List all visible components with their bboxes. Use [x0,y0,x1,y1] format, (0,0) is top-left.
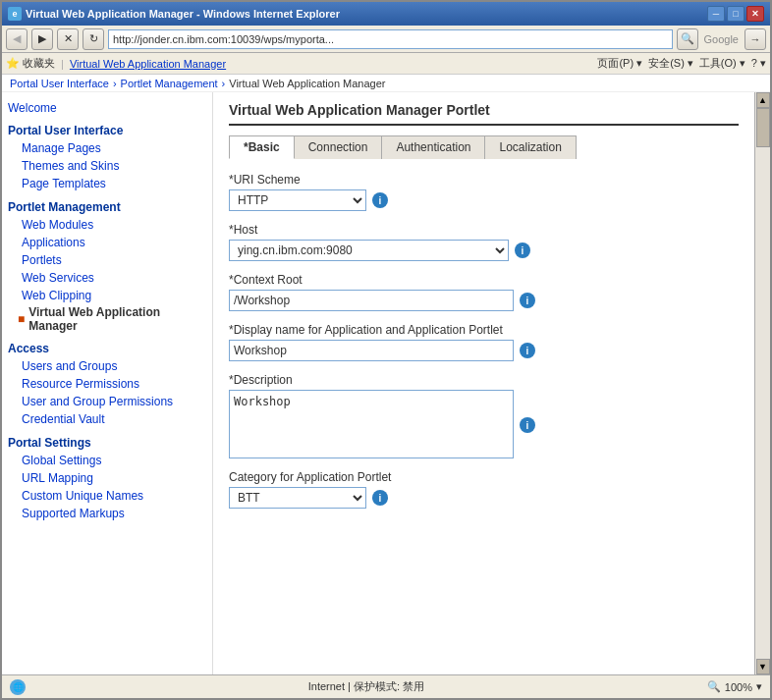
browser-icon: e [8,7,22,21]
context-root-info-icon[interactable]: i [520,293,535,308]
zoom-level: 100% [725,681,752,693]
favorites-button[interactable]: ⭐ 收藏夹 [6,56,55,71]
nav-bar: ◀ ▶ ✕ ↻ http://jonder.cn.ibm.com:10039/w… [2,26,770,53]
tab-connection[interactable]: Connection [295,135,383,159]
maximize-button[interactable]: □ [727,6,744,22]
host-info-icon[interactable]: i [515,242,530,258]
window-controls: ─ □ ✕ [707,6,764,22]
sidebar-section-access: Access [8,342,206,355]
sidebar-virtual-web-app[interactable]: ■ Virtual Web Application Manager [8,304,206,334]
breadcrumb-item-2[interactable]: Portlet Management [121,78,218,89]
internet-icon: 🌐 [10,679,26,695]
host-label: *Host [229,223,739,237]
scroll-track-area [755,108,770,659]
sidebar-applications[interactable]: Applications [22,235,206,250]
sidebar-section-portlet-mgmt: Portlet Management [8,200,206,214]
status-bar: 🌐 Internet | 保护模式: 禁用 🔍 100% ▾ [2,674,770,698]
sidebar-manage-pages[interactable]: Manage Pages [22,140,206,156]
sidebar-url-mapping[interactable]: URL Mapping [22,470,206,486]
host-group: *Host ying.cn.ibm.com:9080 i [229,223,739,261]
breadcrumb-item-3: Virtual Web Application Manager [229,78,385,89]
uri-scheme-label: *URI Scheme [229,173,739,187]
zoom-area: 🔍 100% ▾ [707,680,762,693]
sidebar-resource-permissions[interactable]: Resource Permissions [22,376,206,392]
sidebar-themes-skins[interactable]: Themes and Skins [22,158,206,174]
host-row: ying.cn.ibm.com:9080 i [229,240,739,261]
search-label: Google [704,33,739,45]
browser-title: Virtual Web Application Manager - Window… [26,8,703,20]
refresh-button[interactable]: ↻ [83,28,104,50]
host-select[interactable]: ying.cn.ibm.com:9080 [229,240,509,261]
tab-authentication[interactable]: Authentication [382,135,485,159]
title-bar: e Virtual Web Application Manager - Wind… [2,2,770,26]
zoom-icon: 🔍 [707,680,721,693]
scroll-down-button[interactable]: ▼ [756,659,770,674]
safety-menu[interactable]: 安全(S) ▾ [648,56,693,71]
browser-window: e Virtual Web Application Manager - Wind… [0,0,772,700]
minimize-button[interactable]: ─ [707,6,725,22]
sidebar: Welcome Portal User Interface Manage Pag… [2,92,213,674]
active-bullet-icon: ■ [18,312,25,326]
display-name-info-icon[interactable]: i [520,343,535,358]
page-menu[interactable]: 页面(P) ▾ [597,56,642,71]
context-root-row: i [229,290,739,311]
sidebar-custom-unique-names[interactable]: Custom Unique Names [22,488,206,504]
uri-scheme-select[interactable]: HTTP HTTPS [229,189,366,211]
sidebar-credential-vault[interactable]: Credential Vault [22,411,206,427]
scroll-thumb[interactable] [756,108,770,147]
favorites-bar: ⭐ 收藏夹 | Virtual Web Application Manager … [2,53,770,75]
description-row: i [229,390,739,458]
uri-scheme-info-icon[interactable]: i [372,192,388,208]
close-button[interactable]: ✕ [746,6,764,22]
back-button[interactable]: ◀ [6,28,28,50]
description-info-icon[interactable]: i [520,417,535,433]
go-button[interactable]: → [744,28,766,50]
help-menu[interactable]: ? ▾ [751,57,766,70]
sidebar-web-clipping[interactable]: Web Clipping [22,288,206,303]
portlet-title: Virtual Web Application Manager Portlet [229,102,739,126]
scrollbar[interactable]: ▲ ▼ [754,92,770,674]
content-area: Virtual Web Application Manager Portlet … [213,92,754,674]
breadcrumb: Portal User Interface › Portlet Manageme… [2,75,770,92]
sidebar-global-settings[interactable]: Global Settings [22,453,206,468]
search-button[interactable]: 🔍 [677,28,698,50]
tab-basic[interactable]: *Basic [229,135,295,159]
sidebar-welcome[interactable]: Welcome [8,100,206,116]
sidebar-supported-markups[interactable]: Supported Markups [22,506,206,521]
sidebar-user-group-permissions[interactable]: User and Group Permissions [22,394,206,409]
sidebar-page-templates[interactable]: Page Templates [22,176,206,191]
stop-button[interactable]: ✕ [57,28,79,50]
status-text: Internet | 保护模式: 禁用 [29,679,703,694]
context-root-label: *Context Root [229,273,739,287]
display-name-group: *Display name for Application and Applic… [229,323,739,361]
category-row: BTT i [229,487,739,509]
display-name-input[interactable] [229,340,514,361]
uri-scheme-row: HTTP HTTPS i [229,189,739,211]
separator: | [61,58,64,70]
category-info-icon[interactable]: i [372,490,388,506]
display-name-row: i [229,340,739,361]
sidebar-users-groups[interactable]: Users and Groups [22,358,206,374]
forward-button[interactable]: ▶ [31,28,53,50]
description-group: *Description i [229,373,739,458]
sidebar-web-services[interactable]: Web Services [22,270,206,286]
uri-scheme-group: *URI Scheme HTTP HTTPS i [229,173,739,211]
sidebar-section-portal-settings: Portal Settings [8,436,206,450]
category-select[interactable]: BTT [229,487,366,509]
address-bar[interactable]: http://jonder.cn.ibm.com:10039/wps/mypor… [108,29,673,49]
sidebar-portlets[interactable]: Portlets [22,252,206,268]
main-area: Welcome Portal User Interface Manage Pag… [2,92,770,674]
context-root-input[interactable] [229,290,514,311]
breadcrumb-item-1[interactable]: Portal User Interface [10,78,109,89]
fav-bar-item[interactable]: Virtual Web Application Manager [70,58,226,70]
tools-menu[interactable]: 工具(O) ▾ [699,56,745,71]
description-textarea[interactable] [229,390,514,458]
scroll-up-button[interactable]: ▲ [756,92,770,108]
sidebar-section-portal-ui: Portal User Interface [8,124,206,137]
zoom-dropdown-icon[interactable]: ▾ [756,680,762,693]
sidebar-web-modules[interactable]: Web Modules [22,217,206,233]
tab-bar: *Basic Connection Authentication Localiz… [229,135,739,159]
address-text: http://jonder.cn.ibm.com:10039/wps/mypor… [113,33,334,45]
context-root-group: *Context Root i [229,273,739,311]
tab-localization[interactable]: Localization [485,135,576,159]
